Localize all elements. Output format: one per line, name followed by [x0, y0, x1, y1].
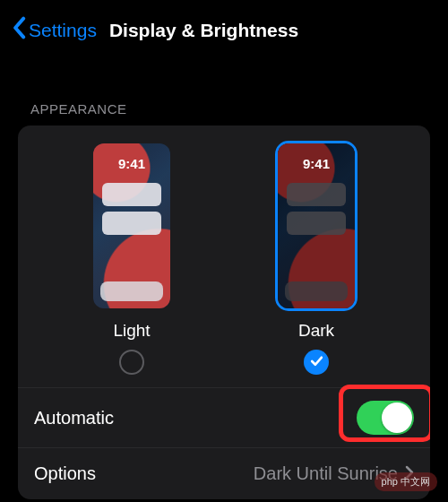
appearance-card: 9:41 Light 9:41 Dark Automatic — [18, 126, 430, 499]
watermark-badge: php 中文网 — [375, 472, 437, 491]
appearance-section-label: APPEARANCE — [0, 55, 448, 126]
light-label: Light — [113, 321, 150, 341]
thumb-time: 9:41 — [303, 156, 330, 171]
appearance-option-light[interactable]: 9:41 Light — [93, 143, 170, 375]
appearance-option-dark[interactable]: 9:41 Dark — [278, 143, 355, 375]
back-button[interactable]: Settings — [11, 16, 97, 44]
nav-header: Settings Display & Brightness — [0, 0, 448, 55]
chevron-left-icon — [11, 16, 27, 44]
dark-radio[interactable] — [304, 350, 329, 375]
dark-thumbnail: 9:41 — [278, 143, 355, 308]
automatic-toggle[interactable] — [357, 401, 414, 435]
page-title: Display & Brightness — [109, 20, 298, 41]
back-label: Settings — [29, 20, 97, 41]
toggle-knob — [382, 402, 412, 433]
appearance-options: 9:41 Light 9:41 Dark — [18, 126, 430, 387]
light-radio[interactable] — [119, 350, 144, 375]
options-row[interactable]: Options Dark Until Sunrise — [18, 447, 430, 499]
automatic-label: Automatic — [34, 408, 114, 428]
checkmark-icon — [309, 353, 324, 372]
dark-label: Dark — [298, 321, 334, 341]
automatic-row: Automatic — [18, 387, 430, 447]
options-label: Options — [34, 463, 96, 484]
thumb-time: 9:41 — [118, 156, 145, 171]
light-thumbnail: 9:41 — [93, 143, 170, 308]
